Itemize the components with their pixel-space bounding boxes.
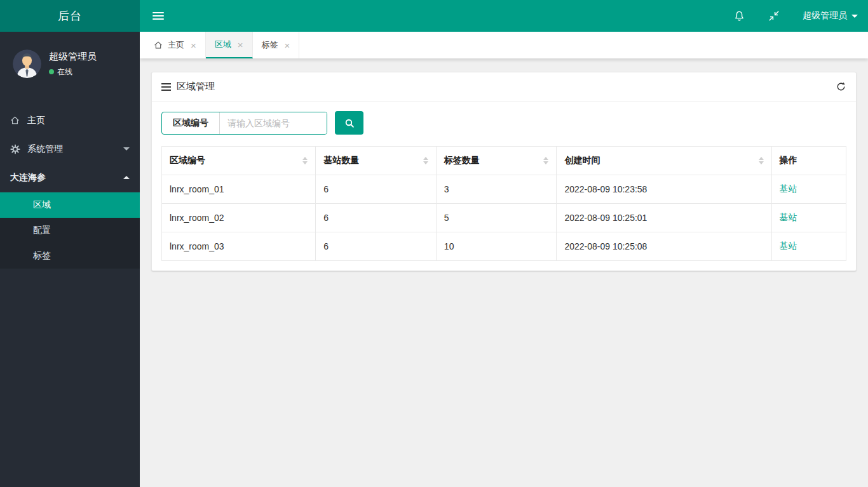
tab-region[interactable]: 区域 ×: [206, 32, 253, 58]
cell-created-at: 2022-08-09 10:25:08: [557, 232, 771, 261]
table-row: lnrx_room_03 6 10 2022-08-09 10:25:08 基站: [162, 232, 846, 261]
search-group: 区域编号: [161, 112, 327, 135]
cell-region-id: lnrx_room_03: [162, 232, 316, 261]
cell-tag-count: 5: [436, 204, 557, 232]
home-icon: [10, 116, 27, 125]
sidebar-toggle-button[interactable]: [150, 8, 166, 23]
app-logo[interactable]: 后台: [0, 0, 140, 32]
sidebar-submenu: 区域 配置 标签: [0, 192, 140, 269]
sort-icon[interactable]: [297, 157, 308, 164]
refresh-icon: [836, 81, 846, 92]
search-icon: [344, 118, 355, 128]
sidebar-subitem-config[interactable]: 配置: [0, 218, 140, 243]
top-navbar: 超级管理员: [140, 0, 868, 32]
tab-tags[interactable]: 标签 ×: [253, 32, 300, 58]
sidebar-user-panel: 超级管理员 在线: [0, 32, 140, 97]
search-button[interactable]: [335, 111, 363, 135]
close-icon[interactable]: ×: [191, 41, 196, 50]
sidebar-menu: 主页 系统管理: [0, 106, 140, 269]
sidebar-subitem-tags[interactable]: 标签: [0, 243, 140, 269]
sidebar-item-label: 主页: [27, 115, 45, 126]
cell-station-count: 6: [316, 175, 437, 204]
sidebar-subitem-label: 配置: [33, 225, 51, 236]
sidebar-user-status: 在线: [49, 67, 97, 77]
sidebar-item-label: 系统管理: [27, 143, 63, 155]
cell-station-count: 6: [316, 232, 437, 261]
base-station-link[interactable]: 基站: [780, 212, 797, 222]
panel-title: 区域管理: [177, 81, 215, 93]
cell-region-id: lnrx_room_02: [162, 204, 316, 232]
notifications-button[interactable]: [733, 10, 745, 22]
chevron-up-icon: [123, 176, 130, 179]
tab-bar: 主页 × 区域 × 标签 ×: [140, 32, 868, 58]
compress-icon: [768, 10, 780, 22]
tab-label: 区域: [215, 39, 231, 50]
sidebar-subitem-label: 标签: [33, 250, 51, 262]
online-status-label: 在线: [57, 67, 72, 77]
sidebar-toggle-icon: [153, 12, 164, 13]
navbar-right: 超级管理员: [733, 10, 858, 22]
user-dropdown[interactable]: 超级管理员: [803, 10, 858, 22]
cell-region-id: lnrx_room_01: [162, 175, 316, 204]
top-header: 后台: [0, 0, 868, 32]
cell-tag-count: 3: [436, 175, 557, 204]
cell-created-at: 2022-08-09 10:25:01: [557, 204, 771, 232]
search-row: 区域编号: [161, 111, 846, 135]
chevron-down-icon: [123, 147, 130, 150]
sidebar-subitem-region[interactable]: 区域: [0, 192, 140, 218]
sort-icon[interactable]: [538, 157, 548, 164]
region-management-panel: 区域管理 区域编号: [151, 72, 857, 271]
sidebar-item-home[interactable]: 主页: [0, 106, 140, 135]
table-row: lnrx_room_01 6 3 2022-08-09 10:23:58 基站: [162, 175, 846, 204]
sort-icon[interactable]: [418, 157, 428, 164]
online-status-dot: [49, 69, 54, 74]
search-field-label: 区域编号: [162, 112, 220, 134]
cell-created-at: 2022-08-09 10:23:58: [557, 175, 771, 204]
sort-icon[interactable]: [754, 157, 764, 164]
admin-app: 后台: [0, 0, 868, 487]
sidebar-subitem-label: 区域: [33, 199, 51, 211]
table-row: lnrx_room_02 6 5 2022-08-09 10:25:01 基站: [162, 204, 846, 232]
list-icon: [161, 83, 171, 91]
main-area: 主页 × 区域 × 标签 × 区域管理: [140, 32, 868, 487]
panel-header: 区域管理: [152, 72, 856, 102]
column-header-station-count[interactable]: 基站数量: [316, 147, 437, 175]
sidebar-item-system-management[interactable]: 系统管理: [0, 135, 140, 163]
column-header-region-id[interactable]: 区域编号: [162, 147, 316, 175]
gear-icon: [10, 144, 27, 154]
cell-station-count: 6: [316, 204, 437, 232]
home-icon: [154, 41, 163, 50]
column-header-actions: 操作: [771, 147, 846, 175]
sidebar-user-info: 超级管理员 在线: [49, 51, 97, 77]
sidebar-user-name: 超级管理员: [49, 51, 97, 63]
avatar: [13, 50, 41, 78]
sidebar: 超级管理员 在线 主页: [0, 32, 140, 487]
chevron-down-icon: [851, 15, 858, 18]
table-header-row: 区域编号 基站数量 标签数量: [162, 147, 846, 175]
column-header-created-at[interactable]: 创建时间: [557, 147, 771, 175]
close-icon[interactable]: ×: [238, 40, 243, 50]
column-header-tag-count[interactable]: 标签数量: [436, 147, 557, 175]
close-icon[interactable]: ×: [285, 41, 290, 50]
tab-home[interactable]: 主页 ×: [145, 32, 206, 58]
cell-tag-count: 10: [436, 232, 557, 261]
user-dropdown-label: 超级管理员: [803, 10, 847, 22]
tab-label: 主页: [168, 39, 184, 51]
sidebar-item-label: 大连海参: [10, 172, 46, 183]
content-area: 区域管理 区域编号: [140, 58, 868, 284]
fullscreen-toggle-button[interactable]: [768, 10, 780, 22]
base-station-link[interactable]: 基站: [780, 241, 797, 251]
sidebar-item-dalian-project[interactable]: 大连海参: [0, 163, 140, 192]
region-id-search-input[interactable]: [220, 112, 327, 134]
refresh-button[interactable]: [836, 81, 846, 92]
bell-icon: [733, 10, 745, 22]
tab-label: 标签: [262, 39, 278, 51]
panel-body: 区域编号: [152, 102, 856, 270]
base-station-link[interactable]: 基站: [780, 183, 797, 194]
region-table: 区域编号 基站数量 标签数量: [161, 146, 846, 261]
